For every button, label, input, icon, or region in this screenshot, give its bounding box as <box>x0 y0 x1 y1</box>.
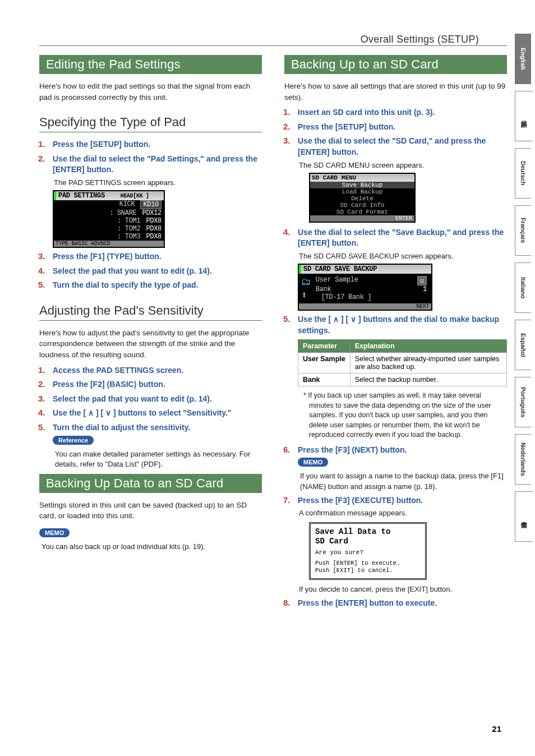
step-number: 6. <box>283 445 290 454</box>
step-number: 1. <box>283 107 290 117</box>
screen-row-label: TOM3 <box>125 233 141 241</box>
table-cell: Select whether already-imported user sam… <box>350 353 506 374</box>
menu-item: Load Backup <box>310 188 414 195</box>
screenshot-confirm: Save All Data to SD Card Are you sure? P… <box>309 522 427 580</box>
step-text: Press the [F2] (BASIC) button. <box>53 380 165 389</box>
step-subtext: The SD CARD SAVE BACKUP screen appears. <box>299 251 507 261</box>
step-number: 1. <box>38 139 45 149</box>
heading-backing-up-data: Backing Up Data to an SD Card <box>39 474 262 493</box>
memo-badge: MEMO <box>39 528 70 537</box>
step-number: 4. <box>283 227 290 237</box>
screen-row-value: KD10 <box>140 200 162 209</box>
heading-editing-pad-settings: Editing the Pad Settings <box>39 55 262 74</box>
step-subtext: The SD CARD MENU screen appears. <box>299 160 507 170</box>
screen-row-value: PDX12 <box>142 209 162 217</box>
lang-tab-english[interactable]: English <box>515 34 531 84</box>
step-text: Press the [F3] (EXECUTE) button. <box>298 496 423 505</box>
step-subtext: A confirmation message appears. <box>299 508 507 518</box>
screen-footer: NEXT <box>299 303 431 310</box>
step-text: Press the [F3] (NEXT) button. <box>298 445 407 454</box>
heading-backing-up-sd: Backing Up to an SD Card <box>284 55 507 74</box>
lang-tab-nederlands[interactable]: Nederlands <box>515 434 531 485</box>
step-number: 3. <box>38 394 45 403</box>
lang-tab-chinese[interactable]: 简体中文 <box>515 491 533 542</box>
table-cell: Select the backup number. <box>350 374 506 386</box>
screen-row-label: TOM1 <box>125 217 141 225</box>
screenshot-pad-settings: PAD SETTINGS HEAD[KK ] KICKKD10 : SNAREP… <box>53 190 165 248</box>
lang-tab-deutsch[interactable]: Deutsch <box>515 148 531 199</box>
screen-row-label: TOM2 <box>125 225 141 233</box>
step-subtext: The PAD SETTINGS screen appears. <box>54 178 262 188</box>
step-number: 5. <box>38 422 45 432</box>
step-number: 2. <box>283 122 290 131</box>
screen-row-label: [TD-17 Bank ] <box>316 293 427 301</box>
screen-tab: TYPE <box>56 241 68 247</box>
step-number: 5. <box>283 314 290 324</box>
language-tabs: English 日本語 Deutsch Français Italiano Es… <box>515 34 535 548</box>
intro-text: Settings stored in this unit can be save… <box>39 500 262 522</box>
step-number: 3. <box>283 136 290 145</box>
memo-text: You can also back up or load individual … <box>41 542 262 552</box>
confirm-line: Are you sure? <box>315 549 421 557</box>
lang-tab-francais[interactable]: Français <box>515 205 531 256</box>
heading-adjusting-sensitivity: Adjusting the Pad's Sensitivity <box>39 303 262 321</box>
screen-row-value: PDX8 <box>146 217 162 225</box>
memo-badge: MEMO <box>298 458 328 467</box>
step-text: Press the [SETUP] button. <box>298 122 395 131</box>
step-text: Turn the dial to specify the type of pad… <box>53 280 199 289</box>
screen-row-value: PDX8 <box>146 225 162 233</box>
step-text: Press the [SETUP] button. <box>53 140 150 149</box>
heading-specifying-type: Specifying the Type of Pad <box>39 115 262 132</box>
step-text: Use the [ ∧ ] [ ∨ ] buttons and the dial… <box>298 315 499 335</box>
breadcrumb: Overall Settings (SETUP) <box>39 34 507 46</box>
menu-item: Delete <box>310 195 414 202</box>
screen-tab: BASIC <box>72 241 88 247</box>
step-number: 4. <box>38 266 45 275</box>
lang-tab-espanol[interactable]: Español <box>515 320 531 370</box>
table-header: Parameter <box>298 340 350 353</box>
lang-tab-portugues[interactable]: Português <box>515 377 531 427</box>
step-text: Access the PAD SETTINGS screen. <box>53 366 183 375</box>
lang-tab-japanese[interactable]: 日本語 <box>515 91 533 141</box>
page-number: 21 <box>492 724 501 734</box>
lang-tab-italiano[interactable]: Italiano <box>515 262 531 313</box>
confirm-line: Push [EXIT] to cancel. <box>315 567 421 574</box>
intro-text: Here's how to save all settings that are… <box>284 81 507 103</box>
step-subtext: If you decide to cancel, press the [EXIT… <box>299 584 507 594</box>
screenshot-sd-menu: SD CARD MENU Save Backup Load Backup Del… <box>309 173 416 223</box>
confirm-line: Save All Data to <box>315 527 421 537</box>
step-number: 1. <box>38 365 45 375</box>
step-text: Press the [F1] (TYPE) button. <box>53 252 162 261</box>
step-text: Insert an SD card into this unit (p. 3). <box>298 108 435 117</box>
screen-title: PAD SETTINGS <box>58 192 105 200</box>
screen-row-value: 1 <box>423 285 427 293</box>
screen-tab: ADVNCD <box>91 241 110 247</box>
screen-footer: ENTER <box>310 215 414 222</box>
parameter-table: ParameterExplanation User SampleSelect w… <box>298 339 507 386</box>
step-number: 2. <box>38 379 45 389</box>
screen-row-label: KICK <box>56 200 140 209</box>
step-text: Select the pad that you want to edit (p.… <box>53 394 212 403</box>
step-text: Press the [ENTER] button to execute. <box>298 598 437 607</box>
step-text: Use the dial to select the "Pad Settings… <box>53 154 257 174</box>
menu-item: SD Card Info <box>310 202 414 209</box>
step-text: Select the pad that you want to edit (p.… <box>53 266 212 275</box>
arrow-up-icon: ⬆ <box>301 289 311 301</box>
step-number: 2. <box>38 154 45 163</box>
step-number: 4. <box>38 408 45 417</box>
step-number: 3. <box>38 251 45 261</box>
screen-row-label: Bank <box>316 285 423 293</box>
screen-title: SD CARD SAVE BACKUP <box>299 265 431 274</box>
step-number: 7. <box>283 495 290 505</box>
screenshot-save-backup: SD CARD SAVE BACKUP 🗂⬆ User Sample☑ Bank… <box>298 264 432 311</box>
screen-head: HEAD[KK ] <box>120 193 149 199</box>
asterisk-note: * If you back up user samples as well, i… <box>303 391 507 440</box>
step-text: Use the [ ∧ ] [ ∨ ] buttons to select "S… <box>53 408 232 417</box>
table-cell: User Sample <box>298 353 350 374</box>
screen-row-label: User Sample <box>316 276 417 285</box>
step-text: Use the dial to select the "SD Card," an… <box>298 136 486 156</box>
screen-row-value: ☑ <box>417 276 427 285</box>
step-number: 8. <box>283 598 290 607</box>
confirm-line: SD Card <box>315 537 421 547</box>
step-number: 5. <box>38 280 45 289</box>
